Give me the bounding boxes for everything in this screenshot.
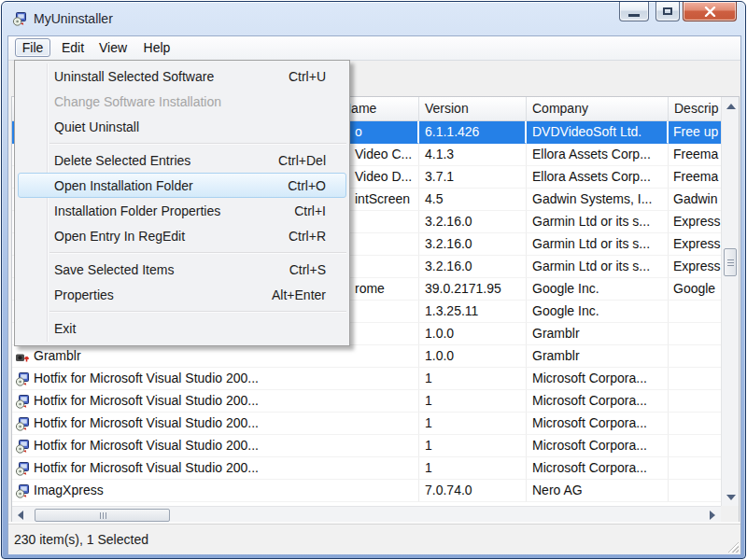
- cell-version: 1: [419, 390, 527, 413]
- table-row[interactable]: Hotfix for Microsoft Visual Studio 200..…: [12, 368, 721, 390]
- cell-company: Microsoft Corpora...: [527, 390, 669, 413]
- column-header-version[interactable]: Version: [419, 97, 527, 121]
- menubar-item-view[interactable]: View: [94, 38, 132, 57]
- name-text: Video C...: [355, 144, 412, 165]
- menu-item-label: Uninstall Selected Software: [54, 69, 214, 84]
- menubar: FileEditViewHelp: [8, 36, 740, 61]
- menu-item-label: Quiet Uninstall: [54, 119, 139, 134]
- menu-item-shortcut: Ctrl+S: [289, 262, 326, 277]
- installer-icon: [15, 439, 30, 454]
- resize-grip-icon[interactable]: [726, 540, 739, 553]
- table-row[interactable]: Hotfix for Microsoft Visual Studio 200..…: [12, 435, 721, 457]
- minimize-button[interactable]: [619, 2, 649, 21]
- menubar-item-file[interactable]: File: [15, 38, 50, 57]
- name-text: Hotfix for Microsoft Visual Studio 200..…: [34, 457, 259, 479]
- name-text: Gramblr: [34, 345, 81, 367]
- column-header-descrip[interactable]: Descrip: [669, 97, 721, 121]
- menu-item-uninstall-selected-software[interactable]: Uninstall Selected SoftwareCtrl+U: [15, 63, 349, 89]
- table-row[interactable]: Hotfix for Microsoft Visual Studio 200..…: [12, 390, 721, 413]
- menu-item-exit[interactable]: Exit: [15, 315, 349, 341]
- menu-item-shortcut: Ctrl+R: [289, 229, 326, 244]
- cell-company: Nero AG: [527, 480, 669, 502]
- cell-version: 7.0.74.0: [419, 480, 527, 502]
- cell-description: Free up: [669, 121, 721, 144]
- menu-item-label: Save Selected Items: [54, 262, 174, 277]
- cell-name: Gramblr: [12, 345, 419, 368]
- scroll-right-icon[interactable]: [710, 511, 715, 520]
- gramblr-icon: [15, 349, 30, 364]
- close-icon: [704, 7, 716, 17]
- cell-description: Express: [669, 256, 721, 278]
- menu-item-shortcut: Ctrl+Del: [278, 153, 326, 168]
- menubar-item-help[interactable]: Help: [139, 38, 175, 57]
- menu-item-delete-selected-entries[interactable]: Delete Selected EntriesCtrl+Del: [15, 147, 349, 173]
- cell-description: [669, 435, 721, 457]
- menu-item-open-entry-in-regedit[interactable]: Open Entry In RegEditCtrl+R: [15, 223, 349, 248]
- cell-version: 1: [419, 368, 527, 390]
- table-row[interactable]: ImagXpress7.0.74.0Nero AG: [12, 480, 721, 502]
- horizontal-scrollbar[interactable]: [12, 506, 721, 525]
- menu-item-open-installation-folder[interactable]: Open Installation FolderCtrl+O: [18, 173, 346, 198]
- scroll-left-icon[interactable]: [18, 511, 23, 520]
- cell-company: Microsoft Corpora...: [527, 413, 669, 435]
- menu-item-installation-folder-properties[interactable]: Installation Folder PropertiesCtrl+I: [15, 198, 349, 223]
- cell-description: [669, 413, 721, 435]
- menu-separator: [15, 307, 349, 315]
- name-text: Video D...: [355, 166, 412, 188]
- cell-name: Hotfix for Microsoft Visual Studio 200..…: [12, 413, 419, 435]
- menu-separator: [15, 139, 349, 147]
- cell-version: 3.7.1: [419, 166, 527, 189]
- menu-item-properties[interactable]: PropertiesAlt+Enter: [15, 282, 349, 307]
- menu-item-label: Change Software Installation: [54, 94, 221, 109]
- menu-item-save-selected-items[interactable]: Save Selected ItemsCtrl+S: [15, 257, 349, 282]
- name-text: Hotfix for Microsoft Visual Studio 200..…: [34, 390, 259, 412]
- menu-item-shortcut: Ctrl+I: [294, 203, 326, 218]
- menu-item-shortcut: Ctrl+O: [288, 178, 326, 193]
- name-text: o: [355, 121, 362, 143]
- cell-description: [669, 345, 721, 368]
- close-button[interactable]: [683, 2, 737, 21]
- titlebar[interactable]: MyUninstaller: [2, 2, 745, 35]
- cell-description: [669, 301, 721, 323]
- maximize-button[interactable]: [655, 2, 680, 21]
- menu-item-label: Open Entry In RegEdit: [54, 229, 185, 244]
- cell-company: Microsoft Corpora...: [527, 435, 669, 457]
- scroll-down-icon[interactable]: [726, 495, 736, 500]
- cell-version: 1: [419, 457, 527, 480]
- menu-item-quiet-uninstall[interactable]: Quiet Uninstall: [15, 114, 349, 139]
- cell-version: 39.0.2171.95: [419, 278, 527, 301]
- cell-version: 3.2.16.0: [419, 211, 527, 233]
- menu-item-shortcut: Ctrl+U: [289, 69, 326, 84]
- cell-company: Gramblr: [527, 323, 669, 345]
- menu-item-label: Delete Selected Entries: [54, 153, 190, 168]
- cell-name: Hotfix for Microsoft Visual Studio 200..…: [12, 390, 419, 413]
- table-row[interactable]: Hotfix for Microsoft Visual Studio 200..…: [12, 413, 721, 435]
- menu-item-label: Open Installation Folder: [54, 178, 193, 193]
- vertical-scroll-thumb[interactable]: [724, 248, 737, 276]
- cell-description: Freema: [669, 166, 721, 189]
- menu-item-change-software-installation[interactable]: Change Software Installation: [15, 89, 349, 114]
- cell-company: Garmin Ltd or its s...: [527, 233, 669, 256]
- installer-icon: [15, 371, 30, 386]
- uninstaller-app-icon: [12, 11, 27, 26]
- cell-company: Ellora Assets Corp...: [527, 144, 669, 166]
- cell-company: Gadwin Systems, I...: [527, 189, 669, 211]
- cell-description: [669, 323, 721, 345]
- menu-separator: [15, 248, 349, 257]
- name-text: Hotfix for Microsoft Visual Studio 200..…: [34, 435, 259, 456]
- vertical-scrollbar[interactable]: [721, 97, 739, 506]
- menu-item-label: Properties: [54, 287, 114, 302]
- table-row[interactable]: Gramblr1.0.0Gramblr: [12, 345, 721, 368]
- menubar-item-edit[interactable]: Edit: [57, 38, 89, 57]
- maximize-icon: [663, 7, 672, 15]
- cell-description: [669, 480, 721, 502]
- cell-name: ImagXpress: [12, 480, 419, 502]
- horizontal-scroll-thumb[interactable]: [35, 509, 170, 522]
- table-row[interactable]: Hotfix for Microsoft Visual Studio 200..…: [12, 457, 721, 480]
- cell-version: 6.1.1.426: [419, 121, 527, 144]
- name-text: Hotfix for Microsoft Visual Studio 200..…: [34, 413, 259, 434]
- cell-company: Gramblr: [527, 345, 669, 368]
- screen: MyUninstaller FileEditViewHelp NameVersi…: [0, 0, 747, 560]
- scroll-up-icon[interactable]: [726, 104, 736, 109]
- column-header-company[interactable]: Company: [527, 97, 669, 121]
